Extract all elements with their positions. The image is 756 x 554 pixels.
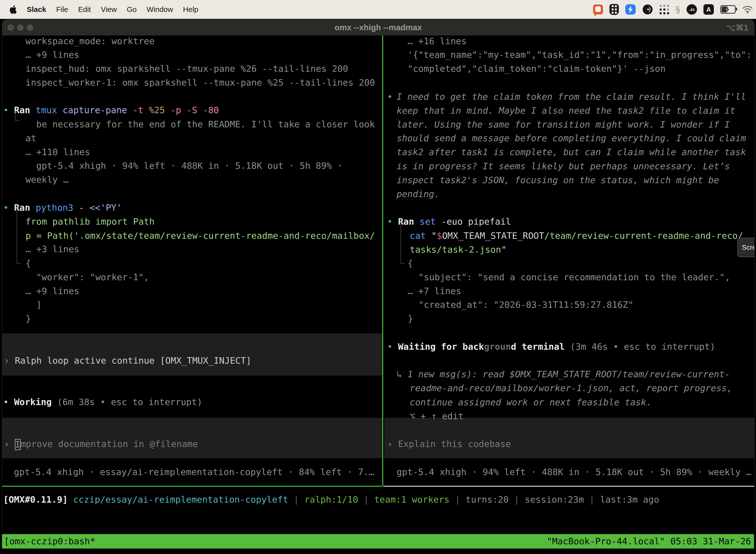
terminal-line: workspace_mode: worktree [25,34,154,48]
terminal-line: { [25,257,31,270]
terminal-line: … +16 lines [407,34,466,48]
cmd-python3: python3 [36,203,73,213]
moon-icon[interactable] [642,4,653,15]
battery-icon[interactable] [720,5,736,14]
cat-command-line: cat"$OMX_TEAM_STATE_ROOT/team/review-cur… [410,229,743,243]
ran-set-command-line: •Ranset-euo pipefail [387,215,511,229]
terminal-line: "completed","claim_token":"claim-token"}… [407,62,666,76]
apple-icon[interactable] [9,5,17,14]
terminal-line: '{"team_name":"my-team","task_id":"1","f… [407,48,752,62]
path-segment: /team/review-current-readme-and-reco/ [544,231,743,241]
bullet-icon: • [3,397,9,407]
thinking-line: should send a message before completing … [397,131,746,145]
terminal-line: … +3 lines [25,242,79,256]
text-cursor[interactable]: I [15,439,20,450]
left-input-placeholder[interactable]: mprove documentation in @filename [20,439,198,449]
terminal-line: … +9 lines [25,48,79,62]
prompt-chevron-icon: › [4,439,9,449]
ran-tmux-command-line: •Rantmuxcapture-pane-t%25-p-S-80 [3,103,219,117]
menu-item-edit[interactable]: Edit [78,5,91,14]
footer-project: cczip/essay/ai-reimplementation-copyleft [73,494,288,505]
grid-icon[interactable] [659,5,669,14]
terminal-line: } [25,312,31,326]
heredoc-arg: <<'PY' [89,203,122,213]
ran-python-command-line: •Ranpython3-<<'PY' [3,201,122,215]
output-tree-guide [17,207,20,264]
pane-divider[interactable] [382,36,383,486]
flag-s: -S [187,105,197,115]
separator: | [584,494,600,505]
bullet-icon: • [387,341,393,352]
right-pane-status-line: gpt-5.4 xhigh · 94% left · 488K in · 5.1… [397,465,751,479]
output-tree-guide [400,222,404,264]
footer-session: session:23m [525,494,584,505]
output-corner-guide [15,111,19,121]
working-label: Working [14,397,52,407]
separator: | [358,494,374,505]
thinking-line: later. Using the same for transition mig… [397,118,730,131]
cat-command-line-2: tasks/task-2.json" [410,243,506,257]
return-arrow-icon: ↳ [397,369,402,379]
window-title: omx --xhigh --madmax [2,19,754,36]
quote-char: " [431,231,437,241]
terminal-line: "created_at": "2026-03-31T11:59:27.816Z" [419,298,633,312]
cmd-set: set [420,216,436,227]
working-status-line: •Working(6m 38s • esc to interrupt) [3,395,202,409]
keyboard-a-icon[interactable]: A [703,4,714,15]
shield-icon[interactable] [610,4,619,15]
terminal-window: omx --xhigh --madmax ⌥⌘1 workspace_mode:… [2,19,755,534]
screen-tooltip: Scre [737,238,755,257]
waiting-detail: (3m 46s • esc to interrupt) [570,341,715,352]
left-input-line[interactable]: ›Improve documentation in @filename [4,437,198,451]
bullet-icon: • [3,203,9,213]
menu-item-file[interactable]: File [56,5,68,14]
menu-item-view[interactable]: View [101,5,117,14]
menu-status-area: § ..61 A [593,0,753,19]
separator: | [449,494,465,505]
terminal-line: p = Path('.omx/state/team/review-current… [25,229,375,243]
mailbox-msg-line: ↳1 new msg(s): read $OMX_TEAM_STATE_ROOT… [397,367,730,381]
separator: | [288,494,304,505]
thinking-line: keep that in mind. Maybe I also need the… [397,104,735,118]
arg-capture-pane: capture-pane [63,105,127,115]
tmux-host-clock: "MacBook-Pro-44.local" 05:03 31-Mar-26 [547,534,751,549]
terminal-line: … +7 lines [407,284,461,298]
window-titlebar[interactable]: omx --xhigh --madmax ⌥⌘1 [2,19,754,36]
thinking-line: task2 after task1 is complete, but can I… [397,145,746,159]
footer-turns: turns:20 [465,494,508,505]
env-var: OMX_TEAM_STATE_ROOT [442,231,544,241]
left-pane-status-line: gpt-5.4 xhigh · essay/ai-reimplementatio… [14,465,374,479]
chat-icon[interactable] [593,4,603,14]
menu-bar: Slack File Edit View Go Window Help § ..… [0,0,756,19]
menu-left: Slack File Edit View Go Window Help [0,5,198,14]
right-input-placeholder[interactable]: Explain this codebase [398,439,511,449]
bolt-icon[interactable] [625,4,636,15]
footer-last-activity: last:3m ago [600,494,659,505]
menu-item-window[interactable]: Window [146,5,173,14]
terminal-line: from pathlib import Path [25,215,154,229]
tmux-status-bar: [omx-cczip0:bash* "MacBook-Pro-44.local"… [2,534,754,549]
wifi-icon[interactable] [742,5,753,14]
prompt-chevron-icon: › [4,355,9,366]
terminal-line: … +9 lines [25,284,79,298]
tmux-session-label[interactable]: [omx-cczip0:bash* [4,534,95,549]
separator: | [509,494,525,505]
thinking-bullet: • [387,90,393,104]
flag-80: -80 [203,105,219,115]
waiting-status-line: •Waiting for background terminal(3m 46s … [387,340,715,354]
omx-footer-status-line: [OMX#0.11.9]cczip/essay/ai-reimplementat… [3,493,659,507]
thinking-line: I need to get the claim token from the c… [397,90,746,104]
squiggle-icon[interactable]: § [676,4,680,15]
menu-item-help[interactable]: Help [183,5,198,14]
badge-61-icon[interactable]: ..61 [687,4,697,15]
right-input-line[interactable]: ›Explain this codebase [387,437,511,451]
bullet-icon: • [3,105,9,115]
bullet-icon: • [387,216,393,227]
set-args: -euo pipefail [441,216,511,227]
terminal-line: inspect_hud: omx sparkshell --tmux-pane … [25,62,348,76]
ralph-banner-text: Ralph loop active continue [OMX_TMUX_INJ… [15,355,252,366]
menu-app-name[interactable]: Slack [27,5,46,14]
terminal-line: be necessary for the end of the README. … [36,117,375,131]
menu-item-go[interactable]: Go [127,5,137,14]
pane-id: %25 [149,105,165,115]
